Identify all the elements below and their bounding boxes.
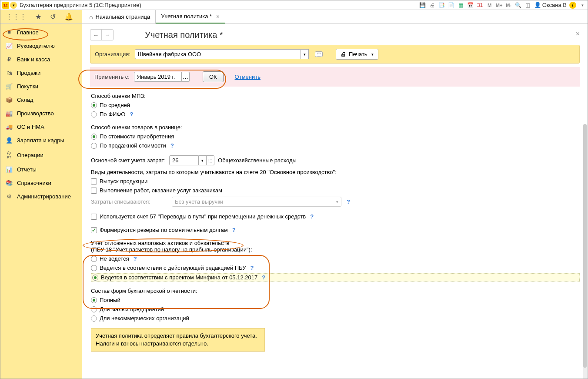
sidebar-label: Отчеты [17, 166, 37, 173]
scrollbar[interactable] [583, 124, 587, 379]
mpz-group: Способ оценки МПЗ: По средней По ФИФО? [91, 93, 580, 118]
m-plus-icon[interactable]: M+ [496, 2, 503, 9]
zoom-icon[interactable]: 🔍 [515, 2, 522, 9]
cancel-link[interactable]: Отменить [235, 74, 261, 80]
deferred-opt1[interactable]: Не ведется? [91, 255, 580, 262]
help-icon[interactable]: ? [310, 213, 314, 220]
tab-active[interactable]: Учетная политика * × [156, 10, 225, 23]
close-page-button[interactable]: × [576, 30, 580, 38]
apply-date-input[interactable] [134, 72, 182, 82]
date-icon[interactable]: 31 [477, 2, 484, 9]
reports-opt3[interactable]: Для некоммерческих организаций [91, 315, 580, 322]
sidebar-item-production[interactable]: 🏭Производство [0, 107, 82, 120]
sidebar-item-operations[interactable]: ДтКтОперации [0, 147, 82, 163]
forward-button[interactable]: → [102, 30, 113, 40]
bell-icon[interactable]: 🔔 [64, 13, 73, 21]
radio-icon[interactable] [91, 134, 97, 140]
sidebar-item-bank[interactable]: ₽Банк и касса [0, 53, 82, 66]
checkbox-icon[interactable] [91, 214, 97, 220]
user-badge[interactable]: 👤 Оксана В [534, 2, 567, 8]
org-open-button[interactable]: ⬚ [315, 51, 323, 57]
radio-icon[interactable] [91, 315, 97, 322]
radio-icon[interactable] [92, 275, 98, 281]
checkbox-icon[interactable] [91, 188, 97, 194]
back-button[interactable]: ← [90, 30, 102, 40]
dropdown-icon[interactable]: ▾ [10, 2, 17, 9]
sidebar-label: Операции [17, 152, 43, 158]
date-picker-button[interactable]: … [182, 72, 190, 82]
check-label: Выпуск продукции [100, 178, 147, 184]
expenses-label: Затраты списываются: [91, 198, 168, 205]
help-icon[interactable]: ? [262, 274, 265, 281]
compare-icon[interactable]: 📑 [438, 2, 445, 9]
print-button[interactable]: 🖨 Печать ▾ [336, 49, 378, 60]
radio-icon[interactable] [91, 256, 97, 262]
help-icon[interactable]: ? [170, 142, 174, 149]
tab-close-icon[interactable]: × [216, 13, 220, 20]
panel-icon[interactable]: ◫ [525, 2, 531, 9]
reports-label: Состав форм бухгалтерской отчетности: [91, 288, 580, 294]
retail-opt1[interactable]: По стоимости приобретения [91, 133, 580, 140]
star-icon[interactable]: ★ [35, 13, 41, 21]
org-dropdown-button[interactable]: ▾ [301, 49, 309, 59]
info-icon[interactable]: i [569, 2, 576, 9]
activities-label: Виды деятельности, затраты по которым уч… [91, 169, 580, 175]
radio-icon[interactable] [91, 111, 97, 117]
radio-icon[interactable] [91, 102, 97, 108]
history-icon[interactable]: ↺ [50, 13, 56, 21]
title-right-icons: 💾 🖨 📑 📄 ▦ 📅 31 M M+ M- 🔍 ◫ 👤 Оксана В i … [419, 2, 586, 9]
sidebar-item-manager[interactable]: 📈Руководителю [0, 39, 82, 53]
help-icon[interactable]: ? [251, 265, 254, 271]
sidebar-item-reports[interactable]: 📊Отчеты [0, 163, 82, 176]
info-dd-icon[interactable]: ▾ [579, 2, 586, 9]
radio-icon[interactable] [91, 306, 97, 312]
acc57-row[interactable]: Используется счет 57 "Переводы в пути" п… [91, 213, 580, 220]
help-icon[interactable]: ? [347, 198, 350, 205]
checkbox-icon[interactable] [91, 227, 97, 233]
account-dropdown[interactable]: ▾ [199, 155, 207, 165]
scrollbar-thumb[interactable] [583, 124, 587, 368]
sidebar-item-assets[interactable]: 🚚ОС и НМА [0, 120, 82, 134]
org-input[interactable] [135, 49, 301, 59]
deferred-opt2[interactable]: Ведется в соответствии с действующей ред… [91, 264, 580, 272]
help-icon[interactable]: ? [232, 227, 236, 233]
radio-icon[interactable] [91, 143, 97, 149]
calendar-icon[interactable]: 📅 [467, 2, 474, 9]
activities-chk1[interactable]: Выпуск продукции [91, 178, 580, 185]
nav-buttons: ← → [90, 29, 114, 40]
doc-icon[interactable]: 📄 [448, 2, 455, 9]
apps-icon[interactable]: ⋮⋮⋮ [6, 13, 27, 21]
help-icon[interactable]: ? [130, 111, 133, 117]
mpz-opt2[interactable]: По ФИФО? [91, 111, 580, 118]
help-icon[interactable]: ? [134, 255, 137, 262]
radio-label: По средней [100, 102, 130, 108]
sidebar-label: ОС и НМА [17, 124, 44, 130]
print-icon[interactable]: 🖨 [429, 2, 436, 9]
account-open[interactable]: ⬚ [207, 155, 214, 165]
factory-icon: 🏭 [6, 110, 13, 117]
m-icon[interactable]: M [486, 2, 493, 9]
tab-home[interactable]: ⌂ Начальная страница [84, 10, 156, 23]
reports-opt1[interactable]: Полный [91, 296, 580, 304]
deferred-opt3[interactable]: Ведется в соответствии с проектом Минфин… [91, 273, 580, 282]
sidebar-item-warehouse[interactable]: 📦Склад [0, 93, 82, 107]
radio-icon[interactable] [91, 265, 97, 271]
ok-button[interactable]: ОК [203, 71, 224, 82]
sidebar-item-sales[interactable]: 🛍Продажи [0, 66, 82, 80]
sidebar-item-refs[interactable]: 📚Справочники [0, 176, 82, 190]
sidebar-item-hr[interactable]: 👤Зарплата и кадры [0, 134, 82, 147]
calc-icon[interactable]: ▦ [458, 2, 464, 9]
m-minus-icon[interactable]: M- [505, 2, 512, 9]
sidebar-item-purchases[interactable]: 🛒Покупки [0, 80, 82, 93]
checkbox-icon[interactable] [91, 178, 97, 184]
save-icon[interactable]: 💾 [419, 2, 426, 9]
activities-chk2[interactable]: Выполнение работ, оказание услуг заказчи… [91, 187, 580, 194]
reserves-row[interactable]: Формируются резервы по сомнительным долг… [91, 226, 580, 234]
retail-opt2[interactable]: По продажной стоимости? [91, 142, 580, 149]
sidebar-item-admin[interactable]: ⚙Администрирование [0, 190, 82, 203]
radio-icon[interactable] [91, 297, 97, 303]
reports-opt2[interactable]: Для малых предприятий [91, 305, 580, 313]
mpz-opt1[interactable]: По средней [91, 101, 580, 109]
account-input[interactable] [169, 155, 199, 165]
sidebar-item-main[interactable]: ≡Главное [0, 26, 82, 39]
